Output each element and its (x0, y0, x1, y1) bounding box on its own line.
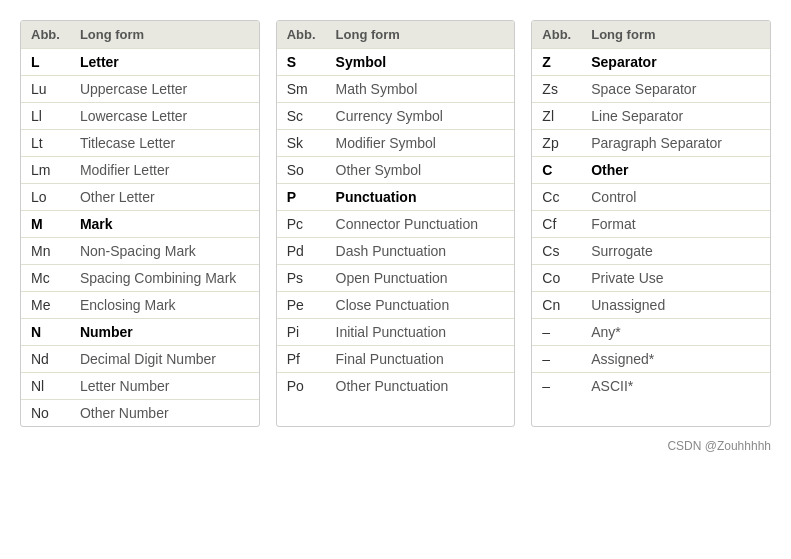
table-2-row-9-long: Open Punctuation (326, 265, 515, 292)
table-3-row-8-long: Surrogate (581, 238, 770, 265)
table-1-row-11-abb: N (21, 319, 70, 346)
table-row: PeClose Punctuation (277, 292, 515, 319)
table-1-row-6-long: Other Letter (70, 184, 259, 211)
table-row: MMark (21, 211, 259, 238)
table-row: PPunctuation (277, 184, 515, 211)
table-1-header-1: Abb. (21, 21, 70, 49)
table-1-row-4-long: Titlecase Letter (70, 130, 259, 157)
table-row: NdDecimal Digit Number (21, 346, 259, 373)
table-1-row-8-abb: Mn (21, 238, 70, 265)
table-2-row-7-long: Connector Punctuation (326, 211, 515, 238)
table-1-row-2-abb: Lu (21, 76, 70, 103)
table-2-row-6-abb: P (277, 184, 326, 211)
table-row: ZsSpace Separator (532, 76, 770, 103)
table-1-row-11-long: Number (70, 319, 259, 346)
table-2-row-5-long: Other Symbol (326, 157, 515, 184)
table-container-3: Abb.Long formZSeparatorZsSpace Separator… (531, 20, 771, 427)
table-row: PsOpen Punctuation (277, 265, 515, 292)
table-1: Abb.Long formLLetterLuUppercase LetterLl… (21, 21, 259, 426)
table-1-row-3-long: Lowercase Letter (70, 103, 259, 130)
table-row: NlLetter Number (21, 373, 259, 400)
table-2: Abb.Long formSSymbolSmMath SymbolScCurre… (277, 21, 515, 399)
footer-text: CSDN @Zouhhhhh (667, 439, 771, 453)
table-1-row-3-abb: Ll (21, 103, 70, 130)
table-row: –Any* (532, 319, 770, 346)
table-1-row-9-long: Spacing Combining Mark (70, 265, 259, 292)
table-3-row-2-long: Space Separator (581, 76, 770, 103)
table-3-row-5-long: Other (581, 157, 770, 184)
table-2-row-13-long: Other Punctuation (326, 373, 515, 400)
table-2-row-7-abb: Pc (277, 211, 326, 238)
table-3-row-12-abb: – (532, 346, 581, 373)
table-1-row-10-long: Enclosing Mark (70, 292, 259, 319)
table-1-row-13-long: Letter Number (70, 373, 259, 400)
table-container-2: Abb.Long formSSymbolSmMath SymbolScCurre… (276, 20, 516, 427)
table-row: CsSurrogate (532, 238, 770, 265)
table-2-row-13-abb: Po (277, 373, 326, 400)
table-row: MeEnclosing Mark (21, 292, 259, 319)
table-2-row-8-abb: Pd (277, 238, 326, 265)
table-row: CcControl (532, 184, 770, 211)
table-row: PdDash Punctuation (277, 238, 515, 265)
table-row: SkModifier Symbol (277, 130, 515, 157)
table-2-row-10-abb: Pe (277, 292, 326, 319)
table-2-row-4-abb: Sk (277, 130, 326, 157)
table-row: LtTitlecase Letter (21, 130, 259, 157)
table-1-row-5-long: Modifier Letter (70, 157, 259, 184)
table-2-header-1: Abb. (277, 21, 326, 49)
table-3-row-3-long: Line Separator (581, 103, 770, 130)
table-3-row-1-abb: Z (532, 49, 581, 76)
table-row: PoOther Punctuation (277, 373, 515, 400)
table-2-row-12-long: Final Punctuation (326, 346, 515, 373)
table-3-row-6-long: Control (581, 184, 770, 211)
table-3-row-10-long: Unassigned (581, 292, 770, 319)
table-3-row-6-abb: Cc (532, 184, 581, 211)
table-3-row-7-abb: Cf (532, 211, 581, 238)
table-row: COther (532, 157, 770, 184)
table-row: CoPrivate Use (532, 265, 770, 292)
table-3-header-1: Abb. (532, 21, 581, 49)
table-1-header-2: Long form (70, 21, 259, 49)
table-row: SSymbol (277, 49, 515, 76)
table-row: PcConnector Punctuation (277, 211, 515, 238)
table-3-header-2: Long form (581, 21, 770, 49)
table-3-row-13-abb: – (532, 373, 581, 400)
table-row: ZpParagraph Separator (532, 130, 770, 157)
table-row: –ASCII* (532, 373, 770, 400)
table-3-row-4-abb: Zp (532, 130, 581, 157)
table-row: MnNon-Spacing Mark (21, 238, 259, 265)
table-row: –Assigned* (532, 346, 770, 373)
table-3-row-8-abb: Cs (532, 238, 581, 265)
tables-wrapper: Abb.Long formLLetterLuUppercase LetterLl… (20, 20, 771, 427)
table-1-row-1-long: Letter (70, 49, 259, 76)
table-1-row-2-long: Uppercase Letter (70, 76, 259, 103)
table-1-row-12-long: Decimal Digit Number (70, 346, 259, 373)
table-row: CfFormat (532, 211, 770, 238)
table-row: NoOther Number (21, 400, 259, 427)
table-2-header-2: Long form (326, 21, 515, 49)
table-row: PiInitial Punctuation (277, 319, 515, 346)
table-1-row-9-abb: Mc (21, 265, 70, 292)
table-2-row-11-abb: Pi (277, 319, 326, 346)
table-row: ZSeparator (532, 49, 770, 76)
table-row: LoOther Letter (21, 184, 259, 211)
table-2-row-1-abb: S (277, 49, 326, 76)
table-1-row-7-long: Mark (70, 211, 259, 238)
table-1-row-7-abb: M (21, 211, 70, 238)
table-3-row-1-long: Separator (581, 49, 770, 76)
table-1-row-13-abb: Nl (21, 373, 70, 400)
table-2-row-4-long: Modifier Symbol (326, 130, 515, 157)
table-row: ScCurrency Symbol (277, 103, 515, 130)
table-3-row-11-abb: – (532, 319, 581, 346)
table-3-row-3-abb: Zl (532, 103, 581, 130)
table-1-row-4-abb: Lt (21, 130, 70, 157)
table-3-row-5-abb: C (532, 157, 581, 184)
table-2-row-3-abb: Sc (277, 103, 326, 130)
table-1-row-8-long: Non-Spacing Mark (70, 238, 259, 265)
table-3-row-9-long: Private Use (581, 265, 770, 292)
table-1-row-5-abb: Lm (21, 157, 70, 184)
table-row: PfFinal Punctuation (277, 346, 515, 373)
table-2-row-2-abb: Sm (277, 76, 326, 103)
table-3-row-4-long: Paragraph Separator (581, 130, 770, 157)
table-row: McSpacing Combining Mark (21, 265, 259, 292)
